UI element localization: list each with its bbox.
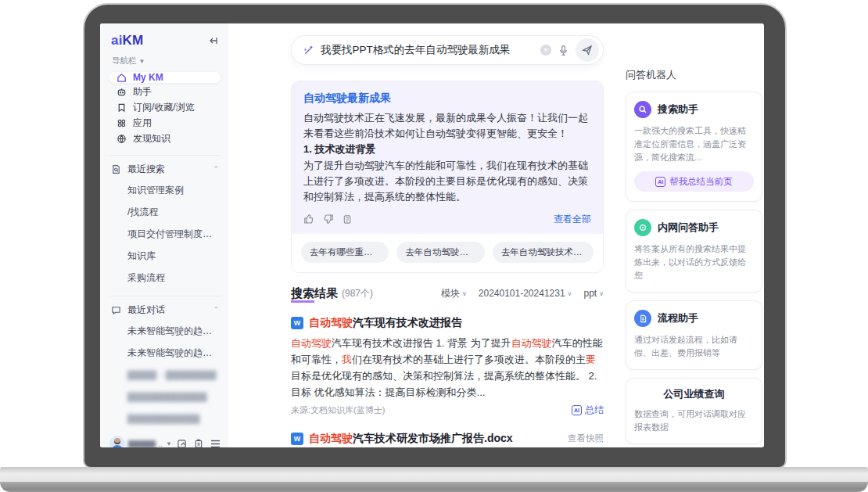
recent-chat-header[interactable]: 最近对话 ⌃	[109, 300, 221, 320]
summary-subtitle: 1. 技术改进背景	[303, 142, 591, 158]
bot-description: 将答案从所有的搜索结果中提炼出来，以对话的方式反馈给您	[634, 242, 754, 282]
ai-icon: AI	[655, 177, 665, 187]
wand-icon	[303, 45, 314, 56]
assistant-panel-title: 问答机器人	[626, 68, 762, 82]
main-content: 我要找PPT格式的去年自动驾驶最新成果 ✕ 自动驾驶最新成果 自动驾驶技术正在飞…	[291, 23, 604, 447]
copy-icon[interactable]	[343, 214, 353, 224]
user-bar: ▇▇▇▇▇ .. ▼	[109, 429, 221, 447]
suggestion-chips: 去年有哪些重要的自动... 去年自动驾驶领域有哪... 去年自动驾驶技术的最新成…	[292, 234, 603, 272]
globe-icon	[117, 134, 127, 144]
chevron-down-icon: ∨	[599, 290, 604, 297]
recent-search-header[interactable]: 最近搜索 ⌃	[109, 159, 221, 179]
recent-search-item[interactable]: 项目交付管理制度关于...	[109, 223, 221, 245]
search-input[interactable]: 我要找PPT格式的去年自动驾驶最新成果	[321, 43, 534, 57]
search-bot-icon	[634, 101, 651, 118]
home-icon	[117, 73, 127, 83]
search-result: W 自动驾驶汽车现有技术改进报告 自动驾驶汽车现有技术改进报告 1. 背景 为了…	[291, 316, 604, 417]
suggestion-chip[interactable]: 去年有哪些重要的自动...	[301, 242, 389, 263]
doc-search-icon	[111, 164, 121, 174]
recent-chat-item[interactable]: 未来智能驾驶的趋势是...	[109, 342, 221, 364]
sidebar-collapse-icon[interactable]	[208, 35, 219, 46]
ai-icon: AI	[572, 405, 582, 415]
bot-card-search-assistant[interactable]: 搜索助手 一款强大的搜索工具，快速精准定位所需信息，涵盖广泛资源，简化搜索流..…	[626, 92, 762, 202]
app-window: aiKM 导航栏▼ My KM 助手 订阅/收藏/浏览 应用	[100, 23, 764, 447]
bot-description: 通过对话发起流程，比如请假、出差、费用报销等	[634, 333, 754, 360]
recent-chat-section: 最近对话 ⌃ 未来智能驾驶的趋势是... 未来智能驾驶的趋势是... ▇▇▇▇－…	[109, 296, 221, 429]
search-result: W 自动驾驶汽车技术研发市场推广报告.docx 查看快照 自动驾驶汽车技术研发市…	[291, 432, 604, 447]
chevron-down-icon: ∨	[568, 290, 572, 297]
bot-description: 数据查询，可用对话调取对应报表数据	[634, 408, 754, 434]
nav-section-label[interactable]: 导航栏▼	[112, 56, 221, 66]
recent-search-item[interactable]: 采购流程	[109, 267, 221, 289]
flow-bot-icon	[634, 310, 651, 327]
thumbs-up-icon[interactable]	[303, 214, 314, 224]
recent-chat-item[interactable]: 未来智能驾驶的趋势是...	[109, 320, 221, 342]
app-logo: aiKM	[111, 33, 143, 48]
summarize-button[interactable]: AI总结	[572, 404, 604, 417]
chevron-up-icon: ⌃	[213, 165, 219, 173]
clipboard-icon[interactable]	[194, 439, 203, 448]
sidebar-item-discover[interactable]: 发现知识	[109, 132, 221, 145]
sidebar: aiKM 导航栏▼ My KM 助手 订阅/收藏/浏览 应用	[100, 23, 228, 447]
bot-card-company-performance[interactable]: 公司业绩查询 数据查询，可用对话调取对应报表数据	[626, 378, 762, 444]
laptop-mockup: aiKM 导航栏▼ My KM 助手 订阅/收藏/浏览 应用	[0, 0, 868, 492]
summarize-page-button[interactable]: AI 帮我总结当前页	[634, 171, 754, 192]
chevron-down-icon: ∨	[462, 290, 467, 297]
clear-icon[interactable]: ✕	[540, 45, 551, 56]
sidebar-item-subscriptions[interactable]: 订阅/收藏/浏览	[109, 101, 221, 114]
ai-summary-container: 自动驾驶最新成果 自动驾驶技术正在飞速发展，最新的成果令人振奋！让我们一起来看看…	[291, 81, 604, 273]
recent-chat-item-redacted[interactable]: ▇▇▇▇－▇▇▇▇▇▇▇	[109, 364, 221, 386]
word-doc-icon: W	[291, 433, 303, 445]
chat-icon	[111, 305, 121, 315]
suggestion-chip[interactable]: 去年自动驾驶领域有哪...	[396, 242, 484, 263]
summary-paragraph: 为了提升自动驾驶汽车的性能和可靠性，我们在现有技术的基础上进行了多项改进。本阶段…	[303, 158, 591, 205]
chevron-up-icon: ⌃	[213, 306, 219, 314]
result-title-link[interactable]: 自动驾驶汽车技术研发市场推广报告.docx	[309, 432, 513, 446]
ai-summary-card: 自动驾驶最新成果 自动驾驶技术正在飞速发展，最新的成果令人振奋！让我们一起来看看…	[292, 81, 603, 234]
recent-chat-item-redacted[interactable]: ▇▇▇▇▇▇▇▇▇▇	[109, 408, 221, 429]
view-snapshot-link[interactable]: 查看快照	[568, 433, 604, 444]
laptop-base	[0, 467, 868, 482]
view-all-link[interactable]: 查看全部	[554, 213, 591, 226]
results-count: (987个)	[342, 287, 373, 300]
avatar[interactable]	[109, 436, 125, 447]
recent-search-item[interactable]: /找流程	[109, 201, 221, 223]
recent-search-section: 最近搜索 ⌃ 知识管理案例 /找流程 项目交付管理制度关于... 知识库 采购流…	[109, 155, 221, 289]
send-icon[interactable]	[576, 38, 599, 62]
bot-card-workflow[interactable]: 流程助手 通过对话发起流程，比如请假、出差、费用报销等	[626, 300, 762, 370]
results-title: 搜索结果	[291, 286, 338, 301]
sidebar-item-assistant[interactable]: 助手	[109, 85, 221, 99]
result-title-link[interactable]: 自动驾驶汽车现有技术改进报告	[309, 316, 462, 330]
filter-date-range[interactable]: 20240101-20241231∨	[479, 288, 572, 299]
search-bar[interactable]: 我要找PPT格式的去年自动驾驶最新成果 ✕	[291, 35, 604, 65]
user-name: ▇▇▇▇▇	[128, 440, 156, 448]
menu-icon[interactable]	[210, 440, 221, 448]
filter-file-type[interactable]: ppt∨	[583, 288, 604, 299]
filter-module[interactable]: 模块∨	[441, 287, 467, 300]
bot-card-intranet-qa[interactable]: 内网问答助手 将答案从所有的搜索结果中提炼出来，以对话的方式反馈给您	[626, 210, 762, 293]
caret-down-icon: ▼	[139, 58, 145, 65]
recent-chat-item-redacted[interactable]: ▇▇▇▇▇▇▇▇▇▇▇	[109, 386, 221, 408]
result-snippet: 自动驾驶汽车现有技术改进报告 1. 背景 为了提升自动驾驶汽车的性能和可靠性，我…	[291, 335, 604, 400]
thumbs-down-icon[interactable]	[323, 214, 334, 224]
qa-bot-icon	[634, 219, 651, 236]
sidebar-item-my-km[interactable]: My KM	[109, 72, 221, 83]
sidebar-item-apps[interactable]: 应用	[109, 117, 221, 130]
result-source: 来源:文档知识库(蓝博士)	[291, 404, 385, 416]
caret-down-icon[interactable]: ▼	[166, 440, 172, 447]
bot-description: 一款强大的搜索工具，快速精准定位所需信息，涵盖广泛资源，简化搜索流...	[634, 124, 754, 164]
mic-icon[interactable]	[558, 45, 569, 56]
recent-search-item[interactable]: 知识管理案例	[109, 179, 221, 201]
assistant-panel: 问答机器人 搜索助手 一款强大的搜索工具，快速精准定位所需信息，涵盖广泛资源，简…	[626, 23, 762, 447]
robot-icon	[117, 87, 127, 97]
recent-search-item[interactable]: 知识库	[109, 245, 221, 267]
bookmark-icon	[117, 102, 127, 113]
suggestion-chip[interactable]: 去年自动驾驶技术的最新成...	[493, 242, 594, 263]
apps-icon	[117, 118, 127, 128]
summary-paragraph: 自动驾驶技术正在飞速发展，最新的成果令人振奋！让我们一起来看看这些前沿技术如何让…	[303, 110, 591, 142]
laptop-base-edge	[0, 482, 868, 492]
results-header: 搜索结果 (987个) 模块∨ 20240101-20241231∨ ppt∨	[291, 286, 604, 301]
summary-title: 自动驾驶最新成果	[303, 92, 591, 106]
word-doc-icon: W	[291, 317, 303, 329]
note-icon[interactable]	[177, 439, 187, 448]
